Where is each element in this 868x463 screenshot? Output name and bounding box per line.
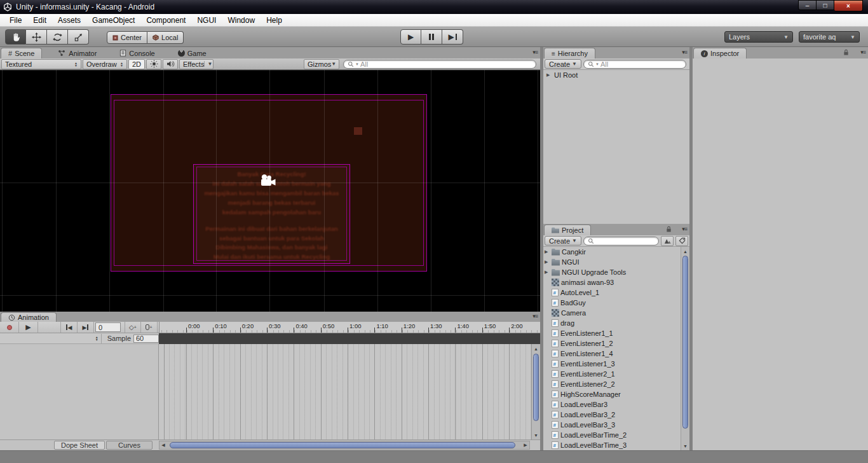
project-item[interactable]: ▶ NGUI [543,257,681,267]
project-item[interactable]: ▶ BadGuy [543,298,681,308]
project-item[interactable]: ▶ EventListener2_1 [543,369,681,379]
toggle-2d-button[interactable]: 2D [128,59,145,69]
menu-item[interactable]: NGUI [191,14,222,26]
scene-audio-button[interactable] [163,59,178,69]
hierarchy-search-input[interactable]: ▼ All [583,60,686,69]
scroll-up-icon[interactable]: ▲ [681,247,689,255]
project-search-input[interactable] [583,237,659,245]
project-item[interactable]: ▶ AutoLevel_1 [543,287,681,298]
gizmos-dropdown[interactable]: Gizmos ▼ [304,59,339,69]
scroll-right-icon[interactable]: ▶ [522,441,529,449]
menu-item[interactable]: File [4,14,27,26]
move-tool-button[interactable] [26,29,47,45]
project-item[interactable]: ▶ EventListener2_2 [543,379,681,389]
timeline-ruler[interactable]: 0:000:100:200:300:400:501:001:101:201:30… [159,322,540,333]
project-item[interactable]: ▶ LoadLevelBar3_3 [543,420,681,430]
dopesheet-vertical-scrollbar[interactable]: ▲ ▼ [531,344,540,439]
add-keyframe-button[interactable]: ◇+ [125,322,141,333]
panel-menu-icon[interactable]: ▾≡ [532,313,538,319]
project-item[interactable]: ▶ LoadLevelBarTime_2 [543,430,681,440]
curves-button[interactable]: Curves [106,441,153,450]
search-by-label-button[interactable] [675,236,688,246]
tab-animator[interactable]: Animator [51,48,104,59]
project-item[interactable]: ▶ EvenListener1_1 [543,328,681,338]
rotate-tool-button[interactable] [47,29,68,45]
scroll-down-icon[interactable]: ▼ [681,442,689,450]
step-button[interactable]: ▶ [442,29,463,45]
camera-gizmo-icon[interactable] [259,173,278,190]
render-mode-dropdown[interactable]: Textured ▲▼ [1,59,81,69]
overdraw-dropdown[interactable]: Overdraw ▲▼ [83,59,127,69]
project-item[interactable]: ▶ EventListener1_3 [543,359,681,369]
scroll-up-icon[interactable]: ▲ [532,345,540,352]
layout-dropdown[interactable]: favorite aq ▼ [799,31,860,43]
project-scrollbar[interactable]: ▲ ▼ [681,247,689,450]
layers-dropdown[interactable]: Layers ▼ [724,31,793,43]
project-item[interactable]: ▶ LoadLevelBarTime_3 [543,440,681,450]
add-event-button[interactable]: + [141,322,158,333]
expand-arrow-icon[interactable]: ▶ [545,249,550,254]
small-sprite-rect[interactable] [354,127,362,135]
scale-tool-button[interactable] [68,29,89,45]
expand-arrow-icon[interactable]: ▶ [546,73,552,78]
project-item[interactable]: ▶ NGUI Upgrade Tools [543,267,681,277]
pause-button[interactable] [421,29,442,45]
project-item[interactable]: ▶ LoadLevelBar3_2 [543,410,681,420]
clip-dropdown[interactable]: ▲▼ [1,334,102,343]
pivot-center-button[interactable]: Center [107,31,147,44]
sample-rate-field[interactable]: 60 [133,335,159,343]
project-item[interactable]: ▶ EvenListener1_4 [543,349,681,359]
dopesheet-grid[interactable] [159,344,531,439]
menu-item[interactable]: Assets [52,14,86,26]
project-item[interactable]: ▶ animasi awan-93 [543,277,681,287]
scrollbar-thumb[interactable] [533,354,539,421]
tab-animation[interactable]: Animation [1,312,57,322]
project-item[interactable]: ▶ EvenListener1_2 [543,338,681,349]
menu-item[interactable]: Edit [27,14,52,26]
scene-search-input[interactable]: ▼ All [343,60,536,69]
panel-menu-icon[interactable]: ▾≡ [682,49,687,55]
effects-dropdown[interactable]: Effects ▼ [179,59,214,69]
tab-game[interactable]: Game [171,48,214,59]
scrollbar-thumb[interactable] [170,442,515,448]
last-key-button[interactable]: ▶ [78,322,94,333]
hand-tool-button[interactable] [5,29,26,45]
dope-sheet-button[interactable]: Dope Sheet [54,441,105,450]
project-item[interactable]: ▶ drag [543,318,681,328]
anim-play-button[interactable]: ▶ [19,322,38,333]
menu-item[interactable]: Component [140,14,191,26]
scroll-down-icon[interactable]: ▼ [532,431,540,439]
panel-menu-icon[interactable]: ▾≡ [860,49,865,55]
frame-number-field[interactable]: 0 [95,322,121,332]
panel-menu-icon[interactable]: ▾≡ [682,226,687,232]
scene-lighting-button[interactable] [146,59,161,69]
scrollbar-thumb[interactable] [682,256,688,429]
expand-arrow-icon[interactable]: ▶ [545,259,550,265]
record-button[interactable] [0,322,19,333]
menu-item[interactable]: Help [261,14,288,26]
menu-item[interactable]: GameObject [86,14,140,26]
tab-scene[interactable]: # Scene [1,48,42,59]
tab-hierarchy[interactable]: ≡ Hierarchy [544,48,595,59]
timeline-horizontal-scrollbar[interactable]: ◀ ▶ [159,441,530,450]
lock-icon[interactable] [666,226,672,233]
project-create-button[interactable]: Create ▼ [545,236,581,245]
project-item[interactable]: ▶ LoadLevelBar3 [543,399,681,410]
pivot-local-button[interactable]: Local [147,31,184,44]
minimize-button[interactable]: – [798,0,817,10]
hierarchy-item-ui-root[interactable]: ▶ UI Root [543,70,689,80]
close-button[interactable]: × [834,0,863,11]
menu-item[interactable]: Window [222,14,261,26]
tab-project[interactable]: Project [544,225,591,235]
tab-inspector[interactable]: i Inspector [693,48,747,59]
hierarchy-create-button[interactable]: Create ▼ [545,59,581,69]
scene-viewport[interactable]: Banyak Cara Recycling!ini dalah salah sa… [0,70,540,312]
maximize-button[interactable]: □ [817,0,834,10]
first-key-button[interactable]: ◀ [61,322,78,333]
play-button[interactable]: ▶ [400,29,421,45]
scroll-left-icon[interactable]: ◀ [159,441,167,449]
panel-menu-icon[interactable]: ▾≡ [532,49,538,55]
lock-icon[interactable] [843,49,849,56]
search-by-type-button[interactable] [661,236,674,246]
expand-arrow-icon[interactable]: ▶ [545,270,550,275]
